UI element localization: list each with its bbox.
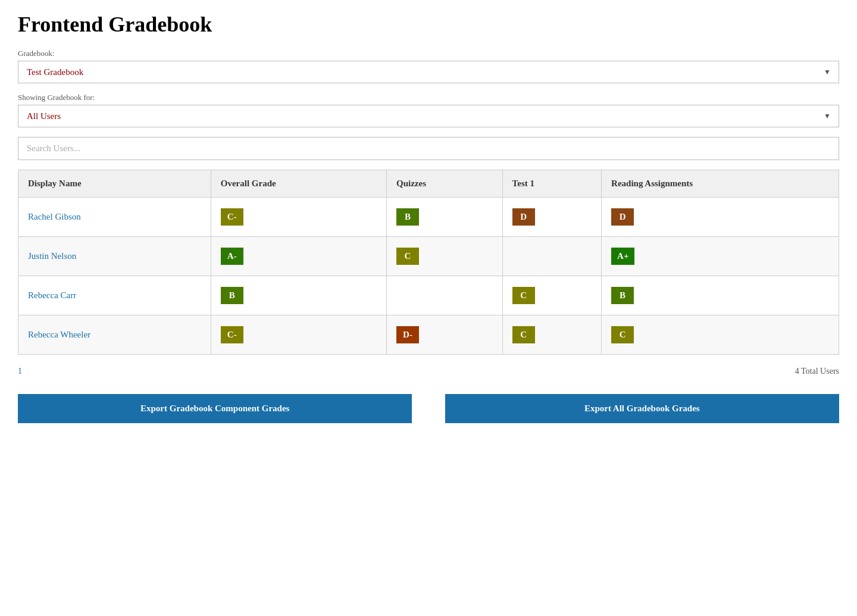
page-title: Frontend Gradebook	[18, 12, 839, 37]
overall-grade-cell: C-	[211, 315, 386, 355]
quizzes-cell: D-	[386, 315, 502, 355]
overall-grade-cell: C-	[211, 198, 386, 237]
grade-badge: D-	[396, 326, 419, 343]
table-row: Rebecca CarrBCB	[18, 276, 839, 315]
col-reading: Reading Assignments	[602, 170, 839, 198]
pagination-row: 1 4 Total Users	[18, 367, 839, 376]
grade-badge: C	[512, 287, 535, 304]
reading-cell: A+	[602, 237, 839, 276]
grade-badge: C	[611, 326, 634, 343]
grade-badge: A-	[221, 248, 243, 265]
student-name-link[interactable]: Rachel Gibson	[28, 212, 81, 221]
student-name-link[interactable]: Rebecca Carr	[28, 290, 76, 300]
grade-badge: C-	[221, 326, 243, 343]
student-name-cell: Rebecca Carr	[18, 276, 211, 315]
export-buttons-container: Export Gradebook Component Grades Export…	[18, 394, 839, 423]
gradebook-select-wrapper: Test Gradebook	[18, 61, 839, 83]
grade-badge: C-	[221, 208, 243, 226]
grade-badge: B	[611, 287, 634, 304]
quizzes-cell: B	[386, 198, 502, 237]
gradebook-table: Display Name Overall Grade Quizzes Test …	[18, 170, 839, 355]
table-header-row: Display Name Overall Grade Quizzes Test …	[18, 170, 839, 198]
search-input[interactable]	[18, 137, 839, 160]
showing-label: Showing Gradebook for:	[18, 93, 839, 102]
table-row: Rebecca WheelerC-D-CC	[18, 315, 839, 355]
test1-cell: D	[502, 198, 601, 237]
table-row: Justin NelsonA-CA+	[18, 237, 839, 276]
test1-cell	[502, 237, 601, 276]
grade-badge: B	[221, 287, 243, 304]
student-name-cell: Rebecca Wheeler	[18, 315, 211, 355]
reading-cell: B	[602, 276, 839, 315]
col-quizzes: Quizzes	[386, 170, 502, 198]
gradebook-label: Gradebook:	[18, 49, 839, 58]
export-all-button[interactable]: Export All Gradebook Grades	[445, 394, 839, 423]
grade-badge: A+	[611, 248, 634, 265]
reading-cell: C	[602, 315, 839, 355]
test1-cell: C	[502, 315, 601, 355]
quizzes-cell: C	[386, 237, 502, 276]
overall-grade-cell: B	[211, 276, 386, 315]
col-test1: Test 1	[502, 170, 601, 198]
users-select-wrapper: All Users	[18, 105, 839, 127]
total-users: 4 Total Users	[795, 367, 839, 376]
reading-cell: D	[602, 198, 839, 237]
quizzes-cell	[386, 276, 502, 315]
grade-badge: B	[396, 208, 419, 226]
gradebook-select[interactable]: Test Gradebook	[18, 61, 839, 83]
student-name-link[interactable]: Rebecca Wheeler	[28, 330, 90, 339]
grade-badge: C	[512, 326, 535, 343]
users-select[interactable]: All Users	[18, 105, 839, 127]
grade-badge: C	[396, 248, 419, 265]
grade-badge: D	[611, 208, 634, 226]
student-name-cell: Rachel Gibson	[18, 198, 211, 237]
student-name-link[interactable]: Justin Nelson	[28, 251, 76, 261]
grade-badge: D	[512, 208, 535, 226]
col-display-name: Display Name	[18, 170, 211, 198]
student-name-cell: Justin Nelson	[18, 237, 211, 276]
table-row: Rachel GibsonC-BDD	[18, 198, 839, 237]
export-component-button[interactable]: Export Gradebook Component Grades	[18, 394, 412, 423]
overall-grade-cell: A-	[211, 237, 386, 276]
col-overall-grade: Overall Grade	[211, 170, 386, 198]
page-1-link[interactable]: 1	[18, 367, 22, 376]
test1-cell: C	[502, 276, 601, 315]
